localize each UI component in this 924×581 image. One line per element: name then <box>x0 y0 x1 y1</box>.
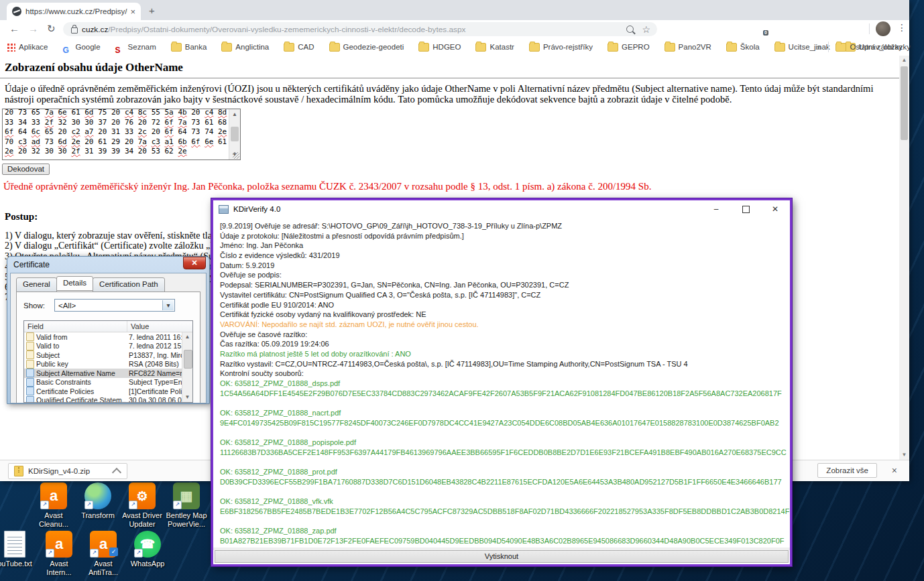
bookmark-item[interactable]: Katastr <box>475 43 514 52</box>
desktop-icon[interactable]: ouTube.txt <box>0 531 37 577</box>
certificate-tabs: GeneralDetailsCertification Path <box>16 277 164 292</box>
extension-icon[interactable]: 01 <box>683 23 693 34</box>
desktop-icon[interactable]: Avast Cleanu... <box>32 482 76 529</box>
desktop-icon[interactable]: Avast AntiTra... <box>81 531 125 577</box>
extension-icon[interactable]: 0 <box>756 23 766 34</box>
page-scroll-up-icon[interactable]: ▲ <box>899 56 909 65</box>
bookmark-item[interactable]: Právo-rejstříky <box>529 43 593 52</box>
cert-scrollbar-thumb[interactable] <box>184 350 192 369</box>
log-line: 11126683B7D336BA5CEF2E148FF953F6397A4417… <box>220 448 783 458</box>
new-tab-button[interactable]: + <box>149 5 155 16</box>
bookmark-label: HDGEO <box>432 43 461 51</box>
scroll-up-icon[interactable]: ▲ <box>229 109 240 119</box>
download-caret-icon[interactable] <box>112 467 121 476</box>
page-scrollbar[interactable]: ▲ ▼ <box>899 56 909 460</box>
decode-button[interactable]: Dekodovat <box>2 164 50 175</box>
desktop-icon[interactable]: Avast Driver Updater <box>120 482 164 529</box>
bookmark-item[interactable]: CAD <box>284 43 314 52</box>
bookmark-icon <box>7 43 15 52</box>
bookmark-item[interactable]: GEPRO <box>608 43 650 52</box>
kdirverify-titlebar[interactable]: KDirVerify 4.0 – ✕ <box>213 200 790 218</box>
bookmark-item[interactable]: Anglictina <box>221 43 269 52</box>
close-button[interactable]: ✕ <box>760 200 790 218</box>
minimize-button[interactable]: – <box>701 200 731 218</box>
bookmark-item[interactable]: Banka <box>171 43 207 52</box>
desktop-icon[interactable]: Bentley Map PowerVie... <box>164 482 209 529</box>
back-button[interactable]: ← <box>9 23 19 34</box>
certificate-field-row[interactable]: Subject Alternative Name RFC822 Name=mir… <box>24 369 192 378</box>
certificate-field-row[interactable]: Valid to 7. ledna 2012 15:32:00 <box>24 342 192 351</box>
certificate-field-row[interactable]: Public key RSA (2048 Bits) <box>24 360 192 369</box>
bookmark-icon <box>62 44 72 51</box>
cert-scroll-up-icon[interactable]: ▲ <box>182 332 192 342</box>
extension-icon[interactable] <box>774 23 784 34</box>
show-dropdown[interactable]: <All> <box>54 299 175 312</box>
desktop-icon[interactable]: Transform <box>76 482 120 529</box>
extension-icon[interactable] <box>828 23 838 34</box>
certificate-dialog-title: Certificate <box>7 257 209 273</box>
bookmark-item[interactable]: HDGEO <box>418 43 461 52</box>
download-item[interactable]: KDirSign_v4-0.zip <box>8 463 127 479</box>
desktop-icon-label: Transform <box>81 511 115 520</box>
scrollbar-thumb[interactable] <box>231 127 239 141</box>
bookmark-item[interactable]: Škola <box>726 43 760 52</box>
desktop-icon[interactable]: Avast Intern... <box>37 531 81 577</box>
browser-menu-icon[interactable]: ⋮ <box>897 22 907 33</box>
bookmark-item[interactable]: Geodezie-geodeti <box>329 43 404 52</box>
certificate-field-row[interactable]: Subject P13837, Ing. Miroslava Hanuš... <box>24 350 192 360</box>
certificate-field-row[interactable]: Qualified Certificate Statem... 30 0a 30… <box>24 396 192 403</box>
extension-icon[interactable] <box>665 23 675 34</box>
cert-scroll-down-icon[interactable]: ▼ <box>182 393 192 402</box>
zoom-icon[interactable] <box>626 25 634 33</box>
extension-icon[interactable] <box>792 23 802 34</box>
download-shelf-close-icon[interactable]: × <box>892 465 897 476</box>
bookmark-item[interactable]: Seznam <box>115 43 156 51</box>
other-bookmarks-button[interactable]: Ostatní záložky <box>835 43 903 52</box>
bookmarks-overflow-icon[interactable]: » <box>817 42 821 52</box>
desktop-icon-label: Bentley Map PowerVie... <box>166 511 207 529</box>
hex-input-textarea[interactable]: 20 73 65 7a 6e 61 6d 75 20 c4 8c 55 5a 4… <box>2 109 241 160</box>
show-all-downloads-button[interactable]: Zobrazit vše <box>817 463 877 478</box>
browser-toolbar: ← → ↻ cuzk.cz/Predpisy/Ostatni-dokumenty… <box>0 20 909 38</box>
extension-icon[interactable] <box>846 23 856 34</box>
certificate-list-scrollbar[interactable]: ▲ ▼ <box>182 332 192 402</box>
kdirverify-app-icon <box>219 205 229 214</box>
other-bookmarks-label: Ostatní záložky <box>850 43 903 51</box>
forward-button[interactable]: → <box>28 23 38 34</box>
extension-icon[interactable] <box>701 23 711 34</box>
bookmark-icon <box>608 43 618 52</box>
certificate-tab[interactable]: Details <box>56 276 93 291</box>
extension-icon[interactable] <box>810 23 820 34</box>
browser-tab[interactable]: https://www.cuzk.cz/Predpisy/O × <box>7 3 141 20</box>
certificate-tab[interactable]: General <box>16 277 57 292</box>
profile-avatar[interactable] <box>876 21 890 36</box>
field-name: Certificate Policies <box>36 387 94 395</box>
resize-grip-icon[interactable] <box>233 152 239 159</box>
bookmarks-divider <box>828 42 829 52</box>
certificate-close-button[interactable]: ✕ <box>183 257 206 269</box>
maximize-button[interactable] <box>731 200 760 218</box>
bookmark-item[interactable]: Aplikace <box>7 43 48 52</box>
column-field[interactable]: Field <box>24 321 127 332</box>
reload-button[interactable]: ↻ <box>47 23 56 35</box>
page-scroll-down-icon[interactable]: ▼ <box>899 450 909 460</box>
bookmark-item[interactable]: Pano2VR <box>665 43 711 52</box>
padlock-icon[interactable] <box>71 27 78 34</box>
bookmark-item[interactable]: Google <box>62 43 100 51</box>
field-name: Public key <box>36 360 68 368</box>
bookmark-star-icon[interactable]: ☆ <box>642 24 650 35</box>
extension-icon[interactable] <box>719 23 730 34</box>
address-bar[interactable]: cuzk.cz/Predpisy/Ostatni-dokumenty/Overo… <box>63 22 657 36</box>
decoded-result-text: Úředně oprávněný zeměměřičský inženýr In… <box>3 181 895 192</box>
tab-close-icon[interactable]: × <box>130 7 135 17</box>
certificate-field-row[interactable]: Certificate Policies [1]Certificate Poli… <box>24 387 192 396</box>
page-scrollbar-thumb[interactable] <box>901 66 908 140</box>
extension-icon[interactable] <box>738 23 748 34</box>
certificate-field-row[interactable]: Basic Constraints Subject Type=End Entit… <box>24 378 192 387</box>
print-button[interactable]: Vytisknout <box>215 550 789 563</box>
column-value[interactable]: Value <box>127 321 192 332</box>
certificate-field-row[interactable]: Valid from 7. ledna 2011 16:25:17 <box>24 332 192 342</box>
desktop-icon[interactable]: WhatsApp <box>125 531 170 577</box>
app-glyph-icon <box>55 537 63 552</box>
certificate-tab[interactable]: Certification Path <box>93 277 165 292</box>
